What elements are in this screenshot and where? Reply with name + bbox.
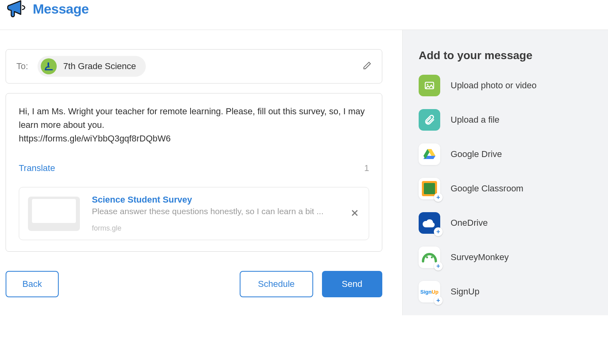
signup-icon: SignUp + [419,281,440,302]
back-button[interactable]: Back [6,271,59,297]
link-thumbnail [28,197,80,231]
google-drive-icon [419,143,440,165]
attach-label: Upload a file [451,115,499,125]
plus-badge-icon: + [434,262,443,271]
translate-link[interactable]: Translate [19,163,55,173]
microscope-icon [41,58,57,74]
attach-onedrive[interactable]: + OneDrive [419,212,592,234]
attach-label: SignUp [451,286,479,297]
paperclip-icon [419,109,440,131]
attach-upload-photo[interactable]: Upload photo or video [419,75,592,96]
link-preview-card[interactable]: Science Student Survey Please answer the… [19,187,369,240]
plus-badge-icon: + [434,296,443,305]
edit-recipients-button[interactable] [363,61,372,72]
message-body-input[interactable]: Hi, I am Ms. Wright your teacher for rem… [19,105,369,145]
image-icon [419,75,440,96]
attach-label: OneDrive [451,218,488,228]
attach-upload-file[interactable]: Upload a file [419,109,592,131]
to-label: To: [16,61,28,72]
pencil-icon [363,61,372,70]
send-button[interactable]: Send [322,271,382,297]
link-preview-domain: forms.gle [92,224,343,233]
attach-label: Upload photo or video [451,80,536,91]
schedule-button[interactable]: Schedule [240,271,313,297]
link-preview-description: Please answer these questions honestly, … [92,207,343,216]
attach-google-classroom[interactable]: + Google Classroom [419,178,592,199]
google-classroom-icon: + [419,178,440,199]
attach-label: Google Classroom [451,183,523,194]
svg-point-5 [431,257,433,259]
to-field: To: 7th Grade Science [6,49,382,84]
plus-badge-icon: + [434,193,443,202]
attach-surveymonkey[interactable]: + SurveyMonkey [419,247,592,268]
message-box: Hi, I am Ms. Wright your teacher for rem… [6,93,382,252]
svg-rect-0 [48,62,49,66]
onedrive-icon: + [419,212,440,234]
recipient-chip[interactable]: 7th Grade Science [38,56,145,77]
megaphone-icon [7,0,26,18]
svg-rect-1 [45,69,53,70]
attach-label: SurveyMonkey [451,252,509,263]
surveymonkey-icon: + [419,247,440,268]
link-preview-title: Science Student Survey [92,195,343,205]
sidebar-title: Add to your message [419,49,592,62]
message-count: 1 [364,163,369,173]
recipient-name: 7th Grade Science [63,61,136,72]
action-bar: Back Schedule Send [6,271,382,297]
attach-label: Google Drive [451,149,502,159]
compose-area: To: 7th Grade Science Hi, I am Ms. Wrig [0,30,402,315]
attachments-sidebar: Add to your message Upload photo or vide… [402,30,608,315]
remove-link-button[interactable] [350,208,360,220]
svg-point-4 [426,257,428,259]
page-header: Message [0,0,608,30]
attach-signup[interactable]: SignUp + SignUp [419,281,592,302]
page-title: Message [33,1,89,17]
svg-point-3 [427,84,429,86]
attach-google-drive[interactable]: Google Drive [419,143,592,165]
plus-badge-icon: + [434,227,443,236]
close-icon [350,208,360,218]
